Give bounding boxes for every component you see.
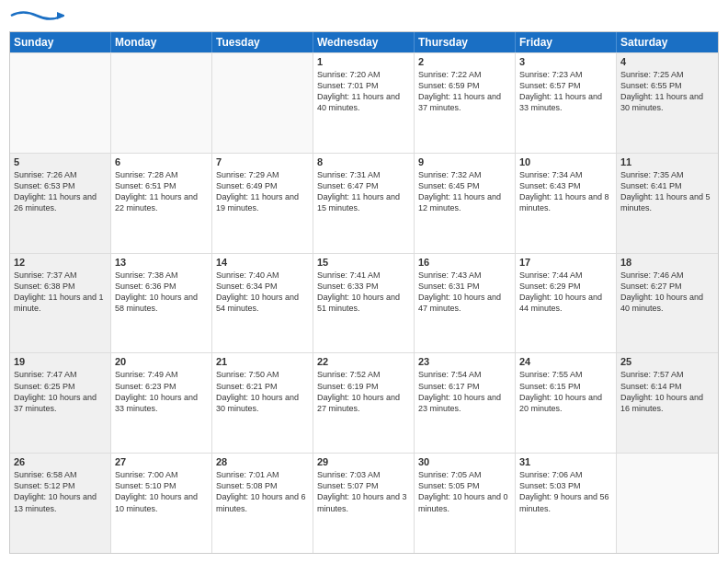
day-number: 13 xyxy=(115,257,208,268)
cell-info: Sunrise: 7:20 AM Sunset: 7:01 PM Dayligh… xyxy=(317,69,410,114)
calendar-cell: 10Sunrise: 7:34 AM Sunset: 6:43 PM Dayli… xyxy=(516,154,617,253)
calendar-week: 1Sunrise: 7:20 AM Sunset: 7:01 PM Daylig… xyxy=(10,52,718,153)
calendar-cell: 21Sunrise: 7:50 AM Sunset: 6:21 PM Dayli… xyxy=(212,353,313,453)
weekday-header: Friday xyxy=(516,32,617,52)
logo-icon xyxy=(9,9,64,22)
calendar-cell xyxy=(111,53,212,153)
cell-info: Sunrise: 7:41 AM Sunset: 6:33 PM Dayligh… xyxy=(317,270,410,315)
day-number: 27 xyxy=(115,456,208,467)
calendar-cell: 18Sunrise: 7:46 AM Sunset: 6:27 PM Dayli… xyxy=(617,254,718,353)
calendar-week: 12Sunrise: 7:37 AM Sunset: 6:38 PM Dayli… xyxy=(10,253,718,353)
cell-info: Sunrise: 7:01 AM Sunset: 5:08 PM Dayligh… xyxy=(216,469,309,514)
calendar-week: 5Sunrise: 7:26 AM Sunset: 6:53 PM Daylig… xyxy=(10,153,718,253)
calendar-cell: 19Sunrise: 7:47 AM Sunset: 6:25 PM Dayli… xyxy=(10,353,111,453)
day-number: 7 xyxy=(216,156,309,167)
day-number: 1 xyxy=(317,56,410,67)
day-number: 19 xyxy=(14,356,107,367)
cell-info: Sunrise: 7:00 AM Sunset: 5:10 PM Dayligh… xyxy=(115,469,208,514)
cell-info: Sunrise: 7:03 AM Sunset: 5:07 PM Dayligh… xyxy=(317,469,410,514)
calendar-cell: 9Sunrise: 7:32 AM Sunset: 6:45 PM Daylig… xyxy=(415,154,516,253)
cell-info: Sunrise: 7:06 AM Sunset: 5:03 PM Dayligh… xyxy=(519,469,612,514)
calendar-cell: 16Sunrise: 7:43 AM Sunset: 6:31 PM Dayli… xyxy=(415,254,516,353)
weekday-header: Saturday xyxy=(617,32,718,52)
calendar-cell: 24Sunrise: 7:55 AM Sunset: 6:15 PM Dayli… xyxy=(516,353,617,453)
calendar-cell: 12Sunrise: 7:37 AM Sunset: 6:38 PM Dayli… xyxy=(10,254,111,353)
calendar-cell xyxy=(617,454,718,553)
day-number: 22 xyxy=(317,356,410,367)
day-number: 24 xyxy=(519,356,612,367)
calendar-cell: 5Sunrise: 7:26 AM Sunset: 6:53 PM Daylig… xyxy=(10,154,111,253)
calendar-cell: 6Sunrise: 7:28 AM Sunset: 6:51 PM Daylig… xyxy=(111,154,212,253)
cell-info: Sunrise: 7:50 AM Sunset: 6:21 PM Dayligh… xyxy=(216,369,309,414)
calendar-cell: 15Sunrise: 7:41 AM Sunset: 6:33 PM Dayli… xyxy=(313,254,415,353)
cell-info: Sunrise: 7:38 AM Sunset: 6:36 PM Dayligh… xyxy=(115,270,208,315)
calendar-cell: 26Sunrise: 6:58 AM Sunset: 5:12 PM Dayli… xyxy=(10,454,111,553)
cell-info: Sunrise: 7:26 AM Sunset: 6:53 PM Dayligh… xyxy=(14,169,107,214)
calendar-cell: 11Sunrise: 7:35 AM Sunset: 6:41 PM Dayli… xyxy=(617,154,718,253)
cell-info: Sunrise: 7:57 AM Sunset: 6:14 PM Dayligh… xyxy=(620,369,714,414)
calendar-cell: 2Sunrise: 7:22 AM Sunset: 6:59 PM Daylig… xyxy=(415,53,516,153)
cell-info: Sunrise: 7:43 AM Sunset: 6:31 PM Dayligh… xyxy=(418,270,511,315)
calendar-body: 1Sunrise: 7:20 AM Sunset: 7:01 PM Daylig… xyxy=(10,52,718,553)
cell-info: Sunrise: 7:52 AM Sunset: 6:19 PM Dayligh… xyxy=(317,369,410,414)
calendar-cell: 30Sunrise: 7:05 AM Sunset: 5:05 PM Dayli… xyxy=(415,454,516,553)
day-number: 20 xyxy=(115,356,208,367)
calendar-cell: 23Sunrise: 7:54 AM Sunset: 6:17 PM Dayli… xyxy=(415,353,516,453)
calendar-cell: 31Sunrise: 7:06 AM Sunset: 5:03 PM Dayli… xyxy=(516,454,617,553)
calendar-cell: 3Sunrise: 7:23 AM Sunset: 6:57 PM Daylig… xyxy=(516,53,617,153)
day-number: 16 xyxy=(418,257,511,268)
calendar-week: 26Sunrise: 6:58 AM Sunset: 5:12 PM Dayli… xyxy=(10,453,718,553)
calendar-cell: 1Sunrise: 7:20 AM Sunset: 7:01 PM Daylig… xyxy=(313,53,415,153)
weekday-header: Tuesday xyxy=(212,32,313,52)
svg-marker-0 xyxy=(57,12,64,19)
cell-info: Sunrise: 7:54 AM Sunset: 6:17 PM Dayligh… xyxy=(418,369,511,414)
day-number: 9 xyxy=(418,156,511,167)
weekday-header: Monday xyxy=(111,32,212,52)
cell-info: Sunrise: 7:32 AM Sunset: 6:45 PM Dayligh… xyxy=(418,169,511,214)
day-number: 2 xyxy=(418,56,511,67)
calendar-cell: 14Sunrise: 7:40 AM Sunset: 6:34 PM Dayli… xyxy=(212,254,313,353)
header xyxy=(9,9,719,26)
calendar-cell xyxy=(212,53,313,153)
day-number: 5 xyxy=(14,156,107,167)
calendar-cell: 22Sunrise: 7:52 AM Sunset: 6:19 PM Dayli… xyxy=(313,353,415,453)
cell-info: Sunrise: 6:58 AM Sunset: 5:12 PM Dayligh… xyxy=(14,469,107,514)
day-number: 18 xyxy=(620,257,714,268)
calendar-cell: 17Sunrise: 7:44 AM Sunset: 6:29 PM Dayli… xyxy=(516,254,617,353)
day-number: 29 xyxy=(317,456,410,467)
day-number: 6 xyxy=(115,156,208,167)
calendar-header-row: SundayMondayTuesdayWednesdayThursdayFrid… xyxy=(10,32,718,52)
calendar-cell: 8Sunrise: 7:31 AM Sunset: 6:47 PM Daylig… xyxy=(313,154,415,253)
cell-info: Sunrise: 7:29 AM Sunset: 6:49 PM Dayligh… xyxy=(216,169,309,214)
cell-info: Sunrise: 7:25 AM Sunset: 6:55 PM Dayligh… xyxy=(620,69,714,114)
day-number: 15 xyxy=(317,257,410,268)
day-number: 3 xyxy=(519,56,612,67)
day-number: 25 xyxy=(620,356,714,367)
calendar-cell: 25Sunrise: 7:57 AM Sunset: 6:14 PM Dayli… xyxy=(617,353,718,453)
logo xyxy=(9,9,64,26)
day-number: 10 xyxy=(519,156,612,167)
day-number: 26 xyxy=(14,456,107,467)
cell-info: Sunrise: 7:28 AM Sunset: 6:51 PM Dayligh… xyxy=(115,169,208,214)
day-number: 17 xyxy=(519,257,612,268)
day-number: 8 xyxy=(317,156,410,167)
day-number: 21 xyxy=(216,356,309,367)
cell-info: Sunrise: 7:22 AM Sunset: 6:59 PM Dayligh… xyxy=(418,69,511,114)
cell-info: Sunrise: 7:44 AM Sunset: 6:29 PM Dayligh… xyxy=(519,270,612,315)
cell-info: Sunrise: 7:49 AM Sunset: 6:23 PM Dayligh… xyxy=(115,369,208,414)
day-number: 11 xyxy=(620,156,714,167)
cell-info: Sunrise: 7:55 AM Sunset: 6:15 PM Dayligh… xyxy=(519,369,612,414)
cell-info: Sunrise: 7:37 AM Sunset: 6:38 PM Dayligh… xyxy=(14,270,107,315)
day-number: 12 xyxy=(14,257,107,268)
cell-info: Sunrise: 7:34 AM Sunset: 6:43 PM Dayligh… xyxy=(519,169,612,214)
cell-info: Sunrise: 7:05 AM Sunset: 5:05 PM Dayligh… xyxy=(418,469,511,514)
calendar-cell xyxy=(10,53,111,153)
day-number: 4 xyxy=(620,56,714,67)
cell-info: Sunrise: 7:31 AM Sunset: 6:47 PM Dayligh… xyxy=(317,169,410,214)
calendar-cell: 27Sunrise: 7:00 AM Sunset: 5:10 PM Dayli… xyxy=(111,454,212,553)
cell-info: Sunrise: 7:23 AM Sunset: 6:57 PM Dayligh… xyxy=(519,69,612,114)
calendar-cell: 7Sunrise: 7:29 AM Sunset: 6:49 PM Daylig… xyxy=(212,154,313,253)
cell-info: Sunrise: 7:40 AM Sunset: 6:34 PM Dayligh… xyxy=(216,270,309,315)
calendar-cell: 20Sunrise: 7:49 AM Sunset: 6:23 PM Dayli… xyxy=(111,353,212,453)
day-number: 23 xyxy=(418,356,511,367)
